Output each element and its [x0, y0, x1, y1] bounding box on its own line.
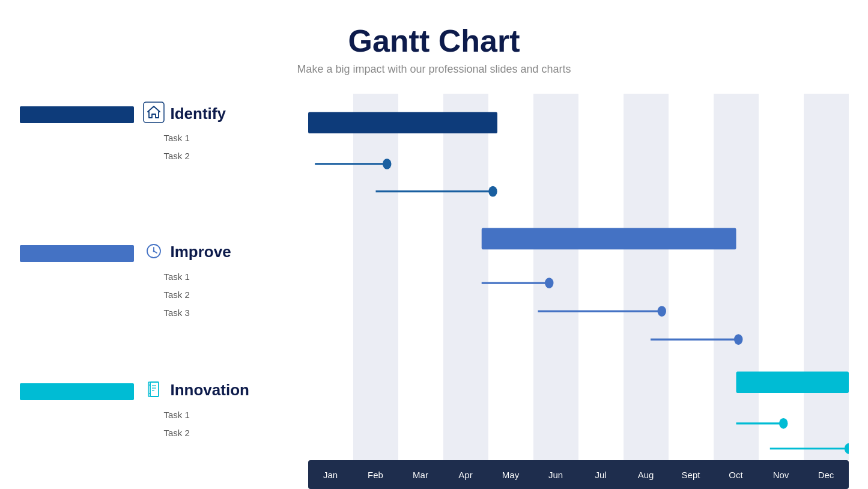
- svg-point-2: [153, 250, 154, 252]
- improve-title: Improve: [171, 243, 231, 261]
- identify-group-bar: [20, 106, 134, 123]
- month-label-apr: Apr: [443, 460, 488, 489]
- svg-point-17: [545, 278, 553, 288]
- group-innovation: InnovationTask 1Task 2: [20, 378, 308, 442]
- identify-title: Identify: [171, 105, 226, 123]
- improve-icon: [143, 240, 165, 264]
- month-label-jul: Jul: [578, 460, 624, 489]
- svg-rect-0: [144, 102, 164, 123]
- innovation-task-2: Task 2: [164, 424, 308, 442]
- svg-point-19: [657, 306, 666, 317]
- month-label-feb: Feb: [353, 460, 398, 489]
- month-label-aug: Aug: [624, 460, 669, 489]
- innovation-title: Innovation: [171, 381, 249, 399]
- improve-task-2: Task 2: [164, 286, 308, 304]
- month-label-mar: Mar: [398, 460, 443, 489]
- innovation-icon: [143, 378, 165, 402]
- svg-point-21: [734, 334, 742, 345]
- page-header: Gantt Chart Make a big impact with our p…: [297, 24, 571, 76]
- identify-icon: [143, 102, 165, 126]
- svg-rect-3: [150, 382, 159, 396]
- chart-column: JanFebMarAprMayJunJulAugSeptOctNovDec: [308, 94, 849, 489]
- identify-header-row: Identify: [143, 102, 308, 126]
- improve-group-bar: [20, 245, 134, 262]
- svg-point-26: [844, 443, 848, 454]
- svg-point-24: [779, 418, 788, 429]
- group-identify: IdentifyTask 1Task 2: [20, 102, 308, 165]
- identify-task-1: Task 1: [164, 129, 308, 147]
- labels-column: IdentifyTask 1Task 2 ImproveTask 1Task 2…: [20, 94, 308, 489]
- identify-task-2: Task 2: [164, 147, 308, 165]
- month-label-oct: Oct: [714, 460, 759, 489]
- group-improve: ImproveTask 1Task 2Task 3: [20, 240, 308, 322]
- month-label-may: May: [488, 460, 533, 489]
- month-label-sept: Sept: [669, 460, 714, 489]
- svg-rect-6: [148, 382, 150, 396]
- month-label-nov: Nov: [759, 460, 804, 489]
- svg-rect-15: [481, 228, 736, 250]
- chart-area: [308, 94, 849, 460]
- improve-task-1: Task 1: [164, 268, 308, 286]
- innovation-header-row: Innovation: [143, 378, 308, 402]
- svg-point-12: [383, 159, 391, 169]
- svg-point-14: [488, 186, 497, 197]
- svg-rect-22: [736, 372, 849, 393]
- improve-header-row: Improve: [143, 240, 308, 264]
- month-label-jun: Jun: [533, 460, 578, 489]
- innovation-task-1: Task 1: [164, 406, 308, 424]
- month-label-dec: Dec: [804, 460, 849, 489]
- page-title: Gantt Chart: [297, 24, 571, 58]
- month-label-jan: Jan: [308, 460, 353, 489]
- page-subtitle: Make a big impact with our professional …: [297, 63, 571, 76]
- month-labels-bar: JanFebMarAprMayJunJulAugSeptOctNovDec: [308, 460, 849, 489]
- svg-rect-10: [308, 112, 497, 134]
- main-container: IdentifyTask 1Task 2 ImproveTask 1Task 2…: [20, 94, 849, 489]
- improve-task-3: Task 3: [164, 304, 308, 322]
- innovation-group-bar: [20, 383, 134, 400]
- chart-svg: [308, 94, 849, 460]
